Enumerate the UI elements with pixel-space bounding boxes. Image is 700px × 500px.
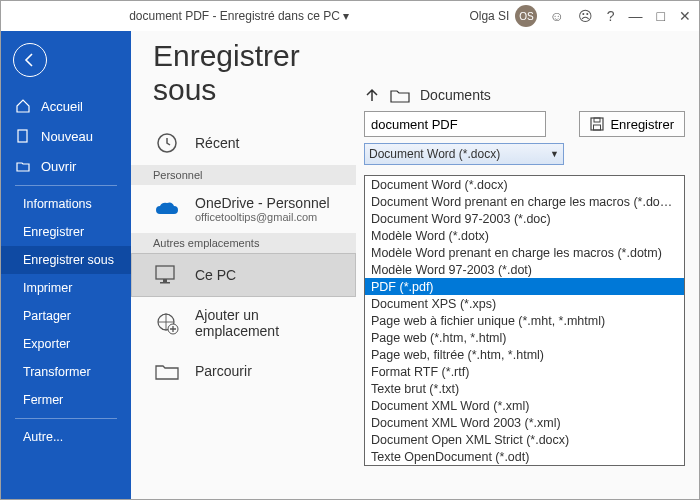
nav-print[interactable]: Imprimer [1,274,131,302]
filetype-option[interactable]: Document XML Word 2003 (*.xml) [365,414,684,431]
file-new-icon [15,128,31,144]
location-label: OneDrive - Personnel [195,195,330,211]
filetype-option[interactable]: Modèle Word 97-2003 (*.dot) [365,261,684,278]
location-browse[interactable]: Parcourir [131,349,356,393]
face-sad-icon[interactable]: ☹ [578,8,593,24]
filetype-option[interactable]: Document XML Word (*.xml) [365,397,684,414]
backstage-sidebar: Accueil Nouveau Ouvrir Informations Enre… [1,31,131,499]
page-title: Enregistrer sous [131,31,356,121]
filetype-option[interactable]: Document Word (*.docx) [365,176,684,193]
svg-rect-4 [160,282,170,284]
location-add-place[interactable]: Ajouter un emplacement [131,297,356,349]
svg-rect-2 [156,266,174,279]
avatar[interactable]: OS [515,5,537,27]
nav-export[interactable]: Exporter [1,330,131,358]
save-state: Enregistré dans ce PC [220,9,340,23]
location-sublabel: officetooltips@gmail.com [195,211,330,223]
save-button-label: Enregistrer [610,117,674,132]
filetype-option[interactable]: Page web (*.htm, *.html) [365,329,684,346]
onedrive-icon [153,197,181,221]
this-pc-icon [153,263,181,287]
maximize-button[interactable]: □ [657,8,665,24]
svg-rect-0 [18,130,27,142]
nav-label: Ouvrir [41,159,76,174]
filetype-option[interactable]: Texte OpenDocument (*.odt) [365,448,684,465]
close-button[interactable]: ✕ [679,8,691,24]
filetype-option[interactable]: Modèle Word (*.dotx) [365,227,684,244]
folder-icon [153,359,181,383]
location-this-pc[interactable]: Ce PC [131,253,356,297]
minimize-button[interactable]: — [629,8,643,24]
svg-rect-7 [591,118,603,130]
section-personal: Personnel [131,165,356,185]
filetype-dropdown[interactable]: Document Word (*.docx)Document Word pren… [364,175,685,466]
nav-info[interactable]: Informations [1,190,131,218]
filetype-select[interactable]: Document Word (*.docx) ▼ [364,143,564,165]
home-icon [15,98,31,114]
nav-transform[interactable]: Transformer [1,358,131,386]
nav-new[interactable]: Nouveau [1,121,131,151]
location-recent[interactable]: Récent [131,121,356,165]
location-label: Ajouter un emplacement [195,307,342,339]
titlebar: document PDF - Enregistré dans ce PC ▾ O… [1,1,699,31]
section-other: Autres emplacements [131,233,356,253]
location-label: Parcourir [195,363,252,379]
nav-open[interactable]: Ouvrir [1,151,131,181]
filetype-option[interactable]: Page web à fichier unique (*.mht, *.mhtm… [365,312,684,329]
filetype-option[interactable]: Document Open XML Strict (*.docx) [365,431,684,448]
clock-icon [153,131,181,155]
filetype-option[interactable]: Format RTF (*.rtf) [365,363,684,380]
back-button[interactable] [13,43,47,77]
filetype-option[interactable]: PDF (*.pdf) [365,278,684,295]
nav-close-doc[interactable]: Fermer [1,386,131,414]
nav-more[interactable]: Autre... [1,423,131,451]
filetype-option[interactable]: Texte brut (*.txt) [365,380,684,397]
help-icon[interactable]: ? [607,8,615,24]
filetype-option[interactable]: Document Word 97-2003 (*.doc) [365,210,684,227]
filetype-selected-label: Document Word (*.docx) [369,147,500,161]
add-place-icon [153,311,181,335]
svg-rect-3 [163,279,167,282]
filename-input[interactable] [364,111,546,137]
filetype-option[interactable]: Page web, filtrée (*.htm, *.html) [365,346,684,363]
folder-open-icon [15,158,31,174]
nav-save-as[interactable]: Enregistrer sous [1,246,131,274]
arrow-up-icon [364,87,380,103]
filetype-option[interactable]: Modèle Word prenant en charge les macros… [365,244,684,261]
chevron-down-icon: ▼ [550,149,559,159]
doc-name: document PDF [129,9,209,23]
location-label: Récent [195,135,239,151]
arrow-left-icon [22,52,38,68]
face-smile-icon[interactable]: ☺ [549,8,563,24]
user-name: Olga SI [469,9,509,23]
up-folder-button[interactable] [364,87,380,103]
nav-label: Nouveau [41,129,93,144]
filetype-option[interactable]: Document Word prenant en charge les macr… [365,193,684,210]
folder-icon [390,87,410,103]
current-folder[interactable]: Documents [420,87,491,103]
location-onedrive[interactable]: OneDrive - Personnel officetooltips@gmai… [131,185,356,233]
filetype-option[interactable]: Document XPS (*.xps) [365,295,684,312]
location-label: Ce PC [195,267,236,283]
svg-rect-9 [594,125,601,130]
save-icon [590,117,604,131]
nav-save[interactable]: Enregistrer [1,218,131,246]
save-button[interactable]: Enregistrer [579,111,685,137]
nav-share[interactable]: Partager [1,302,131,330]
nav-home[interactable]: Accueil [1,91,131,121]
nav-label: Accueil [41,99,83,114]
